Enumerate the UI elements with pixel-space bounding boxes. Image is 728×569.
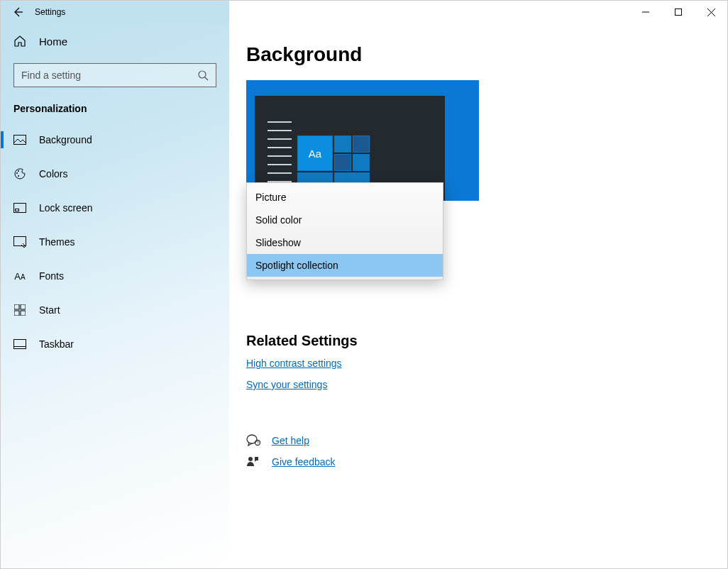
search-icon <box>197 70 209 81</box>
main-content: Background Aa Picture Solid color <box>229 23 727 568</box>
link-give-feedback[interactable]: Give feedback <box>272 456 336 468</box>
preview-menu-lines <box>268 121 292 189</box>
sidebar-item-lock-screen[interactable]: Lock screen <box>1 191 229 225</box>
titlebar: Settings <box>1 1 727 23</box>
themes-icon <box>13 236 26 248</box>
picture-icon <box>13 135 26 145</box>
svg-rect-16 <box>21 311 26 316</box>
svg-line-5 <box>205 77 208 80</box>
preview-sample-tile: Aa <box>297 136 333 171</box>
dropdown-option-spotlight[interactable]: Spotlight collection <box>247 254 443 277</box>
home-label: Home <box>39 35 67 48</box>
sidebar-item-label: Fonts <box>39 270 64 282</box>
link-get-help[interactable]: Get help <box>272 435 309 446</box>
svg-text:?: ? <box>257 441 259 445</box>
sidebar-item-label: Lock screen <box>39 202 92 214</box>
sidebar-item-label: Start <box>39 304 60 316</box>
svg-rect-6 <box>14 136 26 145</box>
give-feedback-row[interactable]: Give feedback <box>246 455 710 468</box>
dropdown-option-picture[interactable]: Picture <box>247 186 443 209</box>
home-nav[interactable]: Home <box>1 28 229 55</box>
svg-rect-17 <box>14 340 26 349</box>
window-title: Settings <box>35 7 65 17</box>
svg-point-7 <box>16 172 18 174</box>
link-high-contrast[interactable]: High contrast settings <box>246 358 342 369</box>
sidebar-item-label: Background <box>39 134 92 145</box>
feedback-icon <box>246 455 260 468</box>
home-icon <box>13 35 26 48</box>
back-arrow-icon <box>12 6 23 18</box>
sidebar-item-taskbar[interactable]: Taskbar <box>1 327 229 361</box>
svg-point-8 <box>18 170 19 172</box>
fonts-icon: AA <box>13 271 26 282</box>
svg-point-9 <box>18 175 19 177</box>
search-box[interactable] <box>13 63 216 87</box>
sidebar-item-label: Themes <box>39 236 75 248</box>
svg-rect-14 <box>21 304 26 309</box>
sidebar-item-fonts[interactable]: AA Fonts <box>1 259 229 293</box>
close-button[interactable] <box>695 1 727 23</box>
get-help-row[interactable]: ? Get help <box>246 434 710 447</box>
sidebar-item-start[interactable]: Start <box>1 293 229 327</box>
dropdown-option-slideshow[interactable]: Slideshow <box>247 231 443 254</box>
page-title: Background <box>246 43 710 66</box>
category-heading: Personalization <box>1 90 229 120</box>
svg-point-4 <box>199 71 206 78</box>
help-icon: ? <box>246 434 260 447</box>
nav-list: Background Colors Lock screen Themes AA … <box>1 123 229 361</box>
sidebar-item-background[interactable]: Background <box>1 123 229 157</box>
start-icon <box>13 304 26 316</box>
sidebar-item-label: Taskbar <box>39 338 74 350</box>
palette-icon <box>13 167 26 180</box>
svg-point-22 <box>248 457 253 461</box>
related-settings-heading: Related Settings <box>246 333 710 349</box>
search-input[interactable] <box>21 70 209 81</box>
taskbar-icon <box>13 339 26 349</box>
minimize-icon <box>642 9 649 16</box>
lock-screen-icon <box>13 203 26 213</box>
svg-rect-1 <box>675 9 682 16</box>
background-type-dropdown[interactable]: Picture Solid color Slideshow Spotlight … <box>246 182 443 280</box>
sidebar-item-colors[interactable]: Colors <box>1 157 229 191</box>
sidebar: Home Personalization Background Colors <box>1 23 229 568</box>
maximize-icon <box>675 9 682 16</box>
link-sync-settings[interactable]: Sync your settings <box>246 379 327 390</box>
close-icon <box>707 9 715 16</box>
settings-window: Settings Home Pers <box>0 0 728 569</box>
sidebar-item-label: Colors <box>39 168 67 179</box>
sidebar-item-themes[interactable]: Themes <box>1 225 229 259</box>
dropdown-option-solid-color[interactable]: Solid color <box>247 209 443 231</box>
svg-rect-15 <box>14 311 19 316</box>
svg-rect-11 <box>16 209 19 211</box>
minimize-button[interactable] <box>629 1 662 23</box>
maximize-button[interactable] <box>662 1 695 23</box>
svg-rect-13 <box>14 304 19 309</box>
back-button[interactable] <box>1 1 35 23</box>
